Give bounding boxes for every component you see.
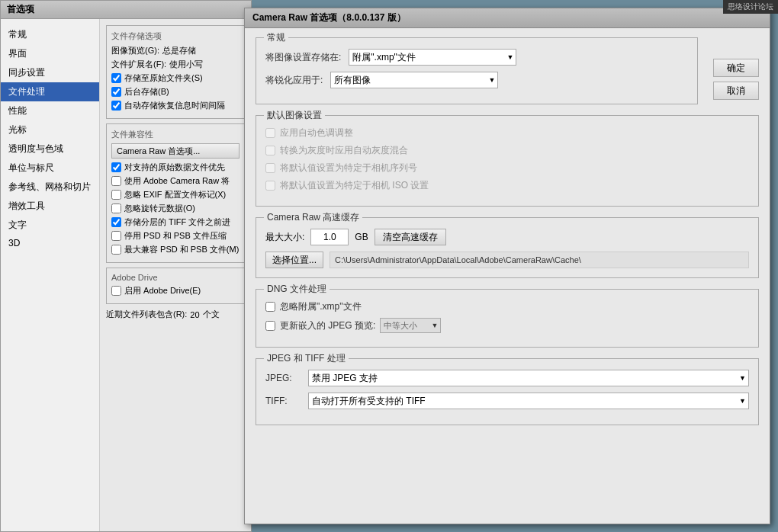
default-image-section: 默认图像设置 应用自动色调调整 转换为灰度时应用自动灰度混合 将默认值设置为特定…	[256, 115, 759, 207]
sidebar-item-sync[interactable]: 同步设置	[1, 63, 99, 82]
default-cb4-label: 将默认值设置为特定于相机 ISO 设置	[280, 179, 429, 192]
sidebar-item-guides[interactable]: 参考线、网格和切片	[1, 178, 99, 197]
file-ext-value: 使用小写	[169, 59, 203, 70]
sharpen-label: 将锐化应用于:	[265, 74, 323, 87]
ok-button[interactable]: 确定	[713, 59, 759, 77]
default-cb4[interactable]	[265, 181, 275, 191]
sidebar-item-transparency[interactable]: 透明度与色域	[1, 139, 99, 159]
compat-cb7-row: 最大兼容 PSD 和 PSB 文件(M)	[111, 244, 240, 255]
sidebar-item-cursor[interactable]: 光标	[1, 120, 99, 139]
cb-save-original-row: 存储至原始文件夹(S)	[111, 72, 240, 84]
cb-auto-restore-row: 自动存储恢复信息时间间隔	[111, 100, 240, 111]
cb-save-original-label: 存储至原始文件夹(S)	[124, 72, 203, 84]
sidebar-item-3d[interactable]: 3D	[1, 235, 99, 252]
compat-cb6[interactable]	[111, 231, 121, 241]
dng-preview-select[interactable]: 中等大小	[380, 318, 441, 333]
cb-background-save[interactable]	[111, 87, 121, 97]
tiff-select-wrapper: 自动打开所有受支持的 TIFF	[308, 393, 749, 409]
cache-size-input[interactable]	[310, 229, 349, 245]
cb-auto-restore-label: 自动存储恢复信息时间间隔	[124, 100, 225, 111]
cache-path-row: 选择位置... C:\Users\Administrator\AppData\L…	[265, 252, 749, 268]
select-location-button[interactable]: 选择位置...	[265, 252, 323, 268]
dng-cb2-row: 更新嵌入的 JPEG 预览: 中等大小	[265, 318, 749, 333]
recent-files-value: 20	[190, 310, 199, 319]
cache-section-title: Camera Raw 高速缓存	[264, 211, 362, 224]
compat-cb2[interactable]	[111, 176, 121, 186]
compat-cb1[interactable]	[111, 162, 121, 172]
save-settings-select[interactable]: 附属".xmp"文件	[349, 49, 516, 66]
sidebar-item-text[interactable]: 文字	[1, 216, 99, 235]
main-preferences-window: 首选项 常规 界面 同步设置 文件处理 性能 光标 透明度与色域 单位与标尺 参…	[0, 0, 252, 532]
dng-cb1[interactable]	[265, 302, 275, 312]
default-cb1-row: 应用自动色调调整	[265, 127, 749, 139]
compat-cb6-label: 停用 PSD 和 PSB 文件压缩	[124, 230, 227, 242]
compat-cb5[interactable]	[111, 217, 121, 227]
compat-cb1-label: 对支持的原始数据文件优先	[124, 162, 225, 173]
sidebar-item-general[interactable]: 常规	[1, 25, 99, 44]
default-cb2-label: 转换为灰度时应用自动灰度混合	[280, 144, 408, 157]
compat-cb4[interactable]	[111, 204, 121, 213]
tiff-select[interactable]: 自动打开所有受支持的 TIFF	[308, 393, 749, 409]
file-storage-section: 文件存储选项 图像预览(G): 总是存储 文件扩展名(F): 使用小写 存储至原…	[106, 25, 245, 119]
dng-section: DNG 文件处理 忽略附属".xmp"文件 更新嵌入的 JPEG 预览: 中等大…	[256, 289, 759, 348]
compat-cb7[interactable]	[111, 245, 121, 255]
file-compat-section: 文件兼容性 Camera Raw 首选项... 对支持的原始数据文件优先 使用 …	[106, 123, 245, 263]
cancel-button[interactable]: 取消	[713, 82, 759, 100]
jpeg-select[interactable]: 禁用 JPEG 支持	[308, 370, 749, 386]
jpeg-tiff-title: JPEG 和 TIFF 处理	[264, 352, 349, 365]
main-window-title: 首选项	[1, 1, 251, 19]
sharpen-select[interactable]: 所有图像	[330, 72, 498, 88]
cache-size-unit: GB	[355, 232, 368, 242]
compat-cb4-row: 忽略旋转元数据(O)	[111, 203, 240, 214]
cache-max-size-label: 最大大小:	[265, 231, 304, 244]
compat-cb4-label: 忽略旋转元数据(O)	[124, 203, 195, 214]
default-image-title: 默认图像设置	[264, 109, 325, 122]
jpeg-row: JPEG: 禁用 JPEG 支持	[265, 370, 749, 386]
compat-cb2-label: 使用 Adobe Camera Raw 将	[124, 175, 230, 187]
sidebar-item-performance[interactable]: 性能	[1, 101, 99, 120]
cb-background-save-row: 后台存储(B)	[111, 86, 240, 98]
image-preview-label: 图像预览(G):	[111, 45, 159, 56]
default-cb2[interactable]	[265, 146, 275, 155]
adobe-drive-cb-row: 启用 Adobe Drive(E)	[111, 285, 240, 296]
file-ext-label: 文件扩展名(F):	[111, 59, 166, 70]
default-cb3-row: 将默认值设置为特定于相机序列号	[265, 162, 749, 175]
compat-cb7-label: 最大兼容 PSD 和 PSB 文件(M)	[124, 244, 239, 255]
recent-files-unit: 个文	[203, 309, 220, 320]
clear-cache-button[interactable]: 清空高速缓存	[375, 229, 446, 245]
recent-files-label: 近期文件列表包含(R):	[106, 309, 187, 320]
sidebar-item-file-handling[interactable]: 文件处理	[1, 82, 99, 101]
dng-cb1-row: 忽略附属".xmp"文件	[265, 300, 749, 313]
default-cb2-row: 转换为灰度时应用自动灰度混合	[265, 144, 749, 157]
cache-size-row: 最大大小: GB 清空高速缓存	[265, 229, 749, 245]
dng-cb1-label: 忽略附属".xmp"文件	[280, 300, 362, 313]
general-section-title: 常规	[264, 31, 288, 44]
save-settings-label: 将图像设置存储在:	[265, 51, 341, 64]
adobe-drive-section: Adobe Drive 启用 Adobe Drive(E)	[106, 268, 245, 304]
adobe-drive-cb[interactable]	[111, 286, 121, 296]
save-settings-row: 将图像设置存储在: 附属".xmp"文件	[265, 49, 688, 66]
adobe-drive-title: Adobe Drive	[111, 273, 240, 282]
recent-files-row: 近期文件列表包含(R): 20 个文	[106, 309, 245, 320]
default-cb1[interactable]	[265, 128, 275, 138]
jpeg-label: JPEG:	[265, 373, 304, 383]
dialog-body: 确定 取消 常规 将图像设置存储在: 附属".xmp"文件 将锐化应用于:	[245, 28, 770, 524]
default-cb1-label: 应用自动色调调整	[280, 127, 353, 139]
tiff-label: TIFF:	[265, 396, 304, 406]
camera-raw-prefs-button[interactable]: Camera Raw 首选项...	[111, 143, 240, 159]
sidebar-item-plugins[interactable]: 增效工具	[1, 197, 99, 216]
cb-save-original[interactable]	[111, 73, 121, 83]
compat-cb3[interactable]	[111, 190, 121, 200]
sharpen-row: 将锐化应用于: 所有图像	[265, 72, 688, 88]
camera-raw-dialog: Camera Raw 首选项（8.0.0.137 版） 确定 取消 常规 将图像…	[244, 8, 770, 524]
default-cb3[interactable]	[265, 163, 275, 173]
sidebar-item-units[interactable]: 单位与标尺	[1, 159, 99, 178]
cb-auto-restore[interactable]	[111, 101, 121, 111]
main-right-panel: 文件存储选项 图像预览(G): 总是存储 文件扩展名(F): 使用小写 存储至原…	[100, 19, 251, 531]
default-cb3-label: 将默认值设置为特定于相机序列号	[280, 162, 417, 175]
dng-cb2[interactable]	[265, 321, 275, 331]
sidebar-item-interface[interactable]: 界面	[1, 44, 99, 63]
sharpen-select-wrapper: 所有图像	[330, 72, 498, 88]
dng-section-title: DNG 文件处理	[264, 283, 330, 296]
dialog-title: Camera Raw 首选项（8.0.0.137 版）	[245, 8, 770, 28]
